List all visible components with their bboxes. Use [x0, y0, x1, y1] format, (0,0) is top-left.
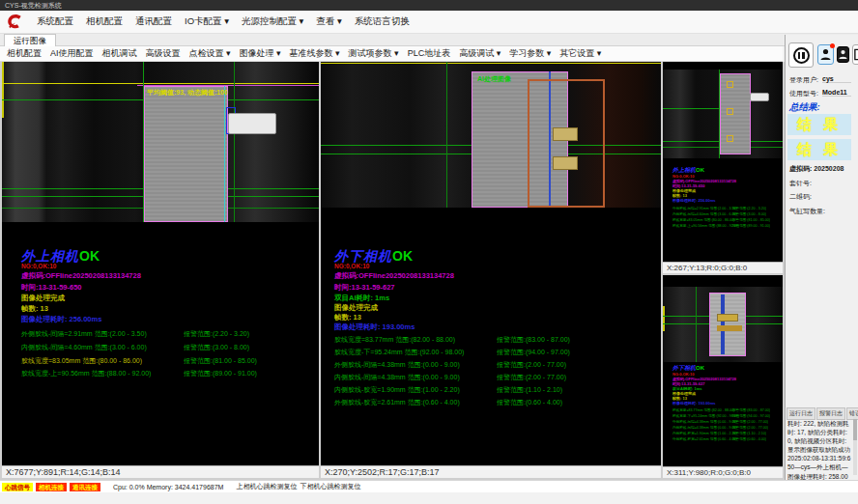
tool-camera-debug[interactable]: 相机调试: [102, 47, 137, 60]
exit-button[interactable]: [852, 44, 858, 65]
total-result-label: 总结果:: [789, 101, 820, 114]
result-text: 结 果: [797, 116, 842, 134]
admin-user-button[interactable]: [837, 46, 849, 63]
edge-line-cyan: [224, 86, 225, 222]
result-display-lower: 结 果: [787, 139, 851, 160]
thumbnail-view-upper: 外上相机OK NG:0,OK:10 虚拟码:OFFIine20250208133…: [663, 62, 783, 273]
tool-plc-address[interactable]: PLC地址表: [408, 47, 451, 60]
measure-row: 胶线宽度=83.05mm 范围:(80.00 - 86.00) 报警范围:(81…: [672, 218, 783, 222]
measure-value: 内侧胶线-间隔=4.38mm 范围:(0.00 - 9.00): [334, 374, 460, 380]
alarm-range: 报警范围:(81.00 - 85.00): [184, 356, 257, 366]
menu-system-config[interactable]: 系统配置: [37, 15, 73, 28]
menu-camera-config[interactable]: 相机配置: [86, 15, 123, 28]
measure-row: 内侧胶线-间隔=4.60mm 范围:(3.00 - 6.00) 报警范围:(3.…: [672, 212, 783, 216]
window-title: CYS-视觉检测系统: [5, 2, 62, 9]
alarm-range: 报警范围:(94.00 - 97.00): [497, 348, 570, 357]
cpu-memory-status: Cpu: 0.0% Memory: 3424.4179687M: [113, 484, 223, 490]
part-connector: [750, 93, 769, 101]
measure-row: 外侧胶线-间隔=2.91mm 范围:(2.00 - 3.50) 报警范围:(2.…: [672, 207, 783, 210]
alarm-range: 报警范围:(83.00 - 87.00): [732, 408, 770, 412]
alarm-range: 报警范围:(1.10 - 2.10): [497, 385, 562, 395]
measure-row: 外侧胶线-间隔=2.91mm 范围:(2.00 - 3.50) 报警范围:(2.…: [21, 329, 319, 339]
alarm-range: 报警范围:(2.00 - 77.00): [497, 360, 566, 370]
ng-ok-counter: NG:0,OK:10: [21, 263, 56, 269]
camera-status: OK: [392, 248, 413, 264]
tool-baseline-params[interactable]: 基准线参数 ▾: [290, 47, 340, 60]
measure-row: 外侧胶线-胶宽=2.61mm 范围:(0.60 - 4.00) 报警范围:(0.…: [334, 398, 661, 407]
calib-line-yellow: [2, 83, 319, 84]
ai-detect-box: [717, 325, 742, 331]
ai-image-overlay: AI处理图像: [477, 74, 511, 84]
pause-button[interactable]: [788, 42, 814, 68]
alarm-range: 报警范围:(94.00 - 97.00): [732, 414, 770, 418]
ai-detect-box: [727, 81, 733, 88]
app-window: CYS-视觉检测系统 系统配置 相机配置 通讯配置 IO卡配置 ▾ 光源控制配置…: [0, 0, 858, 504]
tool-ai-config[interactable]: AI使用配置: [50, 47, 94, 60]
qr-code-label: 二维码:: [789, 192, 812, 202]
scrollbar-thumb[interactable]: [853, 419, 857, 440]
tab-bar: 运行图像: [0, 34, 858, 46]
measure-row: 胶线宽度-下=95.24mm 范围:(92.00 - 98.00) 报警范围:(…: [334, 348, 661, 357]
menu-comm-config[interactable]: 通讯配置: [135, 15, 172, 28]
measure-value: 胶线宽度-下=95.24mm 范围:(92.00 - 98.00): [334, 349, 464, 355]
measure-row: 外侧胶线-间隔=4.38mm 范围:(0.00 - 9.00) 报警范围:(2.…: [672, 420, 783, 424]
tool-camera-config[interactable]: 相机配置: [7, 47, 42, 60]
alarm-range: 报警范围:(2.20 - 3.20): [732, 207, 766, 210]
measure-row: 内侧胶线-胶宽=1.90mm 范围:(1.00 - 2.20) 报警范围:(1.…: [334, 385, 661, 395]
operator-login-button[interactable]: [817, 44, 834, 65]
pixel-coords-bar: X:267;Y:13;R:0;G:0;B:0: [663, 262, 783, 273]
tab-run-image[interactable]: 运行图像: [4, 34, 56, 46]
tool-advanced-settings[interactable]: 高级设置: [146, 47, 181, 60]
process-done-line: 图像处理完成: [334, 303, 378, 313]
menu-view[interactable]: 查看 ▾: [316, 15, 341, 28]
right-control-panel: 登录用户: cys 使用型号: Mode11 总结果: 结 果 结 果 虚拟码:…: [785, 35, 858, 480]
tool-image-processing[interactable]: 图像处理 ▾: [240, 47, 281, 60]
measure-value: 内侧胶线-间隔=4.60mm 范围:(3.00 - 6.00): [672, 212, 737, 216]
measure-value: 内侧胶线-间隔=4.60mm 范围:(3.00 - 6.00): [21, 344, 147, 350]
measure-row: 内侧胶线-间隔=4.38mm 范围:(0.00 - 9.00) 报警范围:(2.…: [334, 373, 661, 382]
process-done-line: 图像处理完成: [21, 294, 65, 303]
camera-image-upper[interactable]: 平均阈值:93, 动态阈值:100 81.88: [2, 62, 319, 222]
camera-name: 外下相机: [334, 248, 392, 264]
alarm-range: 报警范围:(2.00 - 77.00): [497, 373, 566, 382]
lower-camera-heartbeat-reset[interactable]: 下相机心跳检测复位: [300, 482, 360, 491]
login-user-label: 登录用户:: [789, 75, 818, 85]
measure-row: 胶线宽度-上=90.56mm 范围:(88.00 - 92.00) 报警范围:(…: [21, 369, 319, 378]
tool-advanced-debug[interactable]: 高级调试 ▾: [459, 47, 500, 60]
thumbnail-image-upper[interactable]: [663, 70, 783, 158]
measure-row: 外侧胶线-胶宽=2.61mm 范围:(0.60 - 4.00) 报警范围:(0.…: [672, 437, 783, 441]
pause-icon: [793, 47, 810, 64]
tool-test-params[interactable]: 测试项参数 ▾: [349, 47, 399, 60]
elapsed-line: 图像处理耗时: 193.00ms: [672, 401, 715, 406]
camera-image-lower[interactable]: AI处理图像: [321, 62, 661, 208]
alarm-range: 报警范围:(2.20 - 3.20): [184, 329, 249, 339]
measure-row: 内侧胶线-胶宽=1.90mm 范围:(1.00 - 2.20) 报警范围:(1.…: [672, 432, 783, 435]
log-scrollbar[interactable]: [853, 417, 857, 475]
alarm-range: 报警范围:(0.60 - 4.00): [497, 398, 562, 407]
tool-learning-params[interactable]: 学习参数 ▾: [509, 47, 551, 60]
measure-value: 外侧胶线-间隔=4.38mm 范围:(0.00 - 9.00): [334, 361, 460, 368]
menu-light-config[interactable]: 光源控制配置 ▾: [242, 15, 303, 28]
camera-status: OK: [79, 248, 100, 264]
inspected-part: [720, 73, 751, 154]
tool-spot-check[interactable]: 点检设置 ▾: [189, 47, 231, 60]
time-line: 时间:13-31-59-650: [21, 283, 82, 293]
alarm-range: 报警范围:(2.00 - 77.00): [732, 426, 768, 430]
menu-io-config[interactable]: IO卡配置 ▾: [185, 15, 229, 28]
alarm-range: 报警范围:(89.00 - 91.00): [184, 369, 257, 378]
upper-camera-heartbeat-reset[interactable]: 上相机心跳检测复位: [236, 482, 297, 491]
notification-badge: [830, 43, 835, 48]
alarm-range: 报警范围:(2.00 - 77.00): [732, 420, 768, 424]
camera-view-lower: AI处理图像 外下相机OK NG:0,OK:10 虚拟码:OFFIine2025…: [321, 62, 661, 478]
threshold-overlay: 平均阈值:93, 动态阈值:100: [147, 88, 228, 98]
alarm-range: 报警范围:(83.00 - 87.00): [497, 335, 570, 345]
thumbnail-image-lower[interactable]: [663, 287, 783, 362]
camera-name: 外下相机: [672, 365, 696, 371]
heartbeat-status-badge: 心跳信号: [2, 483, 33, 491]
measure-row: 胶线宽度=83.05mm 范围:(80.00 - 86.00) 报警范围:(81…: [21, 356, 319, 366]
ai-detect-box: [717, 314, 738, 322]
measure-value: 胶线宽度-下=95.24mm 范围:(92.00 - 98.00): [672, 414, 739, 418]
measure-line-green: [234, 62, 235, 222]
menu-language-switch[interactable]: 系统语言切换: [355, 15, 410, 28]
tool-other-settings[interactable]: 其它设置 ▾: [559, 47, 601, 60]
